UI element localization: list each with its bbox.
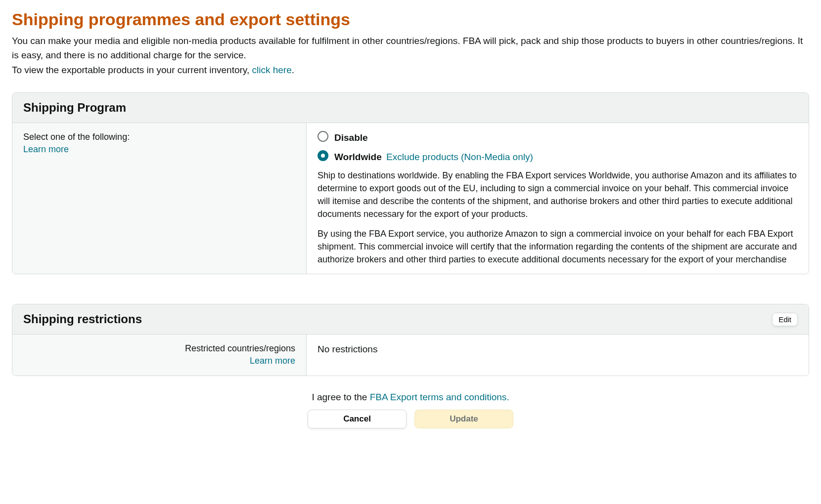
shipping-restrictions-section: Shipping restrictions Edit Restricted co…: [12, 304, 809, 376]
shipping-program-section: Shipping Program Select one of the follo…: [12, 92, 809, 275]
edit-button[interactable]: Edit: [772, 313, 798, 326]
shipping-restrictions-title: Shipping restrictions: [23, 312, 142, 326]
agree-prefix: I agree to the: [312, 392, 369, 402]
click-here-link[interactable]: click here: [252, 65, 291, 75]
radio-row-disable: Disable: [318, 131, 798, 145]
restrictions-left: Restricted countries/regions Learn more: [12, 335, 307, 375]
radio-row-worldwide: Worldwide Exclude products (Non-Media on…: [318, 150, 798, 164]
button-row: Cancel Update: [12, 410, 809, 428]
learn-more-link-program[interactable]: Learn more: [23, 144, 69, 154]
shipping-program-title: Shipping Program: [23, 101, 126, 115]
radio-worldwide-label[interactable]: Worldwide Exclude products (Non-Media on…: [334, 150, 533, 164]
shipping-program-left: Select one of the following: Learn more: [12, 123, 307, 274]
shipping-restrictions-body: Restricted countries/regions Learn more …: [12, 335, 809, 375]
cancel-button[interactable]: Cancel: [308, 410, 407, 428]
agree-line: I agree to the FBA Export terms and cond…: [12, 392, 809, 403]
shipping-restrictions-header: Shipping restrictions Edit: [12, 304, 809, 335]
restrictions-value: No restrictions: [318, 342, 798, 356]
update-button[interactable]: Update: [414, 410, 513, 428]
shipping-program-body: Select one of the following: Learn more …: [12, 123, 809, 274]
exclude-products-link[interactable]: Exclude products (Non-Media only): [386, 152, 533, 162]
select-label: Select one of the following:: [23, 131, 295, 143]
intro-line2-prefix: To view the exportable products in your …: [12, 65, 252, 75]
learn-more-link-restrictions[interactable]: Learn more: [250, 356, 295, 366]
intro-line-2: To view the exportable products in your …: [12, 63, 809, 78]
page-title: Shipping programmes and export settings: [12, 10, 809, 29]
radio-disable-label[interactable]: Disable: [334, 131, 368, 145]
restrictions-right: No restrictions: [307, 335, 809, 375]
restricted-countries-label: Restricted countries/regions: [23, 342, 295, 355]
worldwide-desc-2: By using the FBA Export service, you aut…: [318, 227, 798, 266]
intro-line-1: You can make your media and eligible non…: [12, 34, 809, 62]
shipping-program-header: Shipping Program: [12, 93, 809, 123]
terms-link[interactable]: FBA Export terms and conditions.: [370, 392, 509, 402]
worldwide-desc-1: Ship to destinations worldwide. By enabl…: [318, 169, 798, 220]
intro-line2-suffix: .: [292, 65, 294, 75]
radio-disable[interactable]: [318, 131, 328, 142]
shipping-program-right: Disable Worldwide Exclude products (Non-…: [307, 123, 809, 274]
radio-worldwide[interactable]: [318, 150, 328, 161]
radio-worldwide-text: Worldwide: [334, 152, 382, 162]
